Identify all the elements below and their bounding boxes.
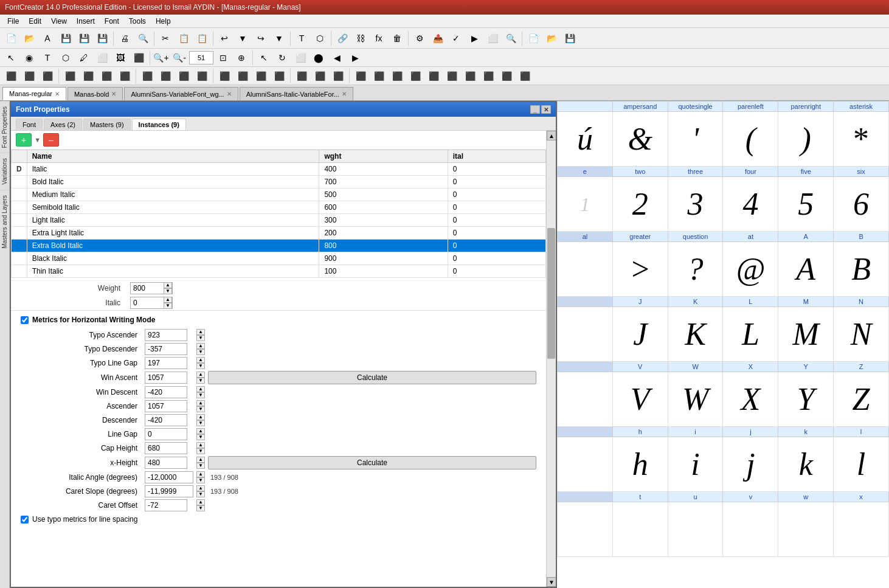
glyph-cell[interactable] (558, 242, 613, 297)
cut-button[interactable]: ✂ (157, 30, 174, 47)
win-ascent-input[interactable] (145, 372, 187, 384)
tlg-up[interactable]: ▲ (196, 357, 205, 363)
lg-up[interactable]: ▲ (196, 428, 205, 434)
glyphs-btn[interactable]: ⬜ (484, 30, 501, 47)
glyph-cell[interactable]: A (778, 242, 834, 297)
co-up[interactable]: ▲ (196, 499, 205, 505)
menu-font[interactable]: Font (100, 16, 124, 27)
glyph-cell[interactable]: V (612, 372, 668, 427)
tb3-10[interactable]: ⬛ (175, 67, 192, 85)
calculate-button-1[interactable]: Calculate (208, 371, 536, 384)
caret-slope-input[interactable] (145, 485, 193, 497)
instance-row[interactable]: Extra Light Italic 200 0 (12, 227, 546, 240)
ia-dn[interactable]: ▼ (196, 477, 205, 483)
delete-instance-button[interactable]: – (43, 133, 59, 147)
glyph-cell[interactable]: M (778, 307, 834, 362)
menu-insert[interactable]: Insert (72, 16, 100, 27)
tab-instances[interactable]: Instances (9) (132, 119, 186, 130)
paste-button[interactable]: 📋 (193, 30, 210, 47)
unlink-btn[interactable]: ⛓ (352, 30, 369, 47)
link-btn[interactable]: 🔗 (334, 30, 351, 47)
back-btn[interactable]: ◀ (328, 49, 345, 66)
instance-row[interactable]: Thin Italic 100 0 (12, 265, 546, 278)
use-typo-metrics-checkbox[interactable] (21, 516, 29, 524)
tab-manas-bold[interactable]: Manas-bold ✕ (67, 87, 123, 100)
asc-dn[interactable]: ▼ (196, 406, 205, 412)
glyph-cell[interactable]: ( (723, 112, 778, 167)
tb3-16[interactable]: ⬛ (293, 67, 310, 85)
tb3-1[interactable]: ⬛ (2, 67, 19, 85)
tab-font[interactable]: Font (16, 119, 43, 130)
newfile-btn[interactable]: 📄 (525, 30, 542, 47)
tb3-6[interactable]: ⬛ (98, 67, 115, 85)
redo-button[interactable]: ↪ (252, 30, 269, 47)
tb3-5[interactable]: ⬛ (80, 67, 97, 85)
glyph-cell[interactable]: i (668, 437, 723, 492)
fwd-btn[interactable]: ▶ (347, 49, 364, 66)
save-as-button[interactable]: 💾 (75, 30, 92, 47)
glyph-cell[interactable]: K (668, 307, 723, 362)
contour2-btn[interactable]: ⬡ (57, 49, 74, 66)
glyph-cell[interactable]: W (668, 372, 723, 427)
close-icon[interactable]: ✕ (342, 91, 347, 97)
close-icon[interactable]: ✕ (55, 91, 60, 97)
metrics-checkbox[interactable] (21, 316, 29, 324)
glyph-cell[interactable]: * (834, 112, 889, 167)
undo-drop-button[interactable]: ▼ (234, 30, 251, 47)
tb3-7[interactable]: ⬛ (116, 67, 133, 85)
tb3-11[interactable]: ⬛ (193, 67, 210, 85)
menu-edit[interactable]: Edit (24, 16, 46, 27)
wa-up[interactable]: ▲ (196, 372, 205, 378)
node-btn[interactable]: ◉ (21, 49, 38, 66)
instance-row[interactable]: Semibold Italic 600 0 (12, 201, 546, 214)
redo-drop-button[interactable]: ▼ (271, 30, 288, 47)
zoom-input[interactable]: 51 (189, 51, 213, 64)
typo-ascender-input[interactable] (145, 329, 187, 341)
glyph-cell[interactable]: ? (668, 242, 723, 297)
glyph-cell[interactable]: X (723, 372, 778, 427)
export-btn[interactable]: 📤 (429, 30, 446, 47)
tb3-21[interactable]: ⬛ (389, 67, 406, 85)
zoom-in-btn[interactable]: 🔍+ (153, 49, 170, 66)
glyph-cell[interactable]: Y (778, 372, 834, 427)
image-btn[interactable]: 🖼 (112, 49, 129, 66)
tb3-4[interactable]: ⬛ (61, 67, 78, 85)
tb3-20[interactable]: ⬛ (370, 67, 387, 85)
glyph-cell[interactable]: 6 (834, 177, 889, 232)
ta-up[interactable]: ▲ (196, 329, 205, 335)
glyph-cell[interactable]: h (612, 437, 668, 492)
tab-masters[interactable]: Masters (9) (83, 119, 131, 130)
tb3-28[interactable]: ⬛ (516, 67, 533, 85)
tb3-18[interactable]: ⬛ (330, 67, 347, 85)
instance-row[interactable]: Light Italic 300 0 (12, 214, 546, 227)
caret-offset-input[interactable] (145, 499, 187, 511)
glyph-cell[interactable]: k (778, 437, 834, 492)
glyph-cell[interactable] (558, 307, 613, 362)
italic-spin-down[interactable]: ▼ (164, 303, 172, 309)
tb3-27[interactable]: ⬛ (498, 67, 515, 85)
menu-view[interactable]: View (46, 16, 72, 27)
glyph-cell[interactable]: & (612, 112, 668, 167)
td-up[interactable]: ▲ (196, 343, 205, 349)
glyph-props-btn[interactable]: ⚙ (411, 30, 428, 47)
tlg-dn[interactable]: ▼ (196, 363, 205, 369)
glyph-cell[interactable]: @ (723, 242, 778, 297)
tb3-23[interactable]: ⬛ (425, 67, 442, 85)
brush-btn[interactable]: 🖊 (75, 49, 92, 66)
tab-manas-regular[interactable]: Manas-regular ✕ (2, 87, 66, 100)
add-instance-button[interactable]: + (16, 133, 32, 147)
ta-dn[interactable]: ▼ (196, 335, 205, 341)
ellipse-btn[interactable]: ⬤ (310, 49, 327, 66)
wd-dn[interactable]: ▼ (196, 392, 205, 398)
glyph-cell[interactable] (558, 372, 613, 427)
win-descent-input[interactable] (145, 386, 187, 398)
italic-spin-up[interactable]: ▲ (164, 297, 172, 303)
tab-alumni-italic[interactable]: AlumniSans-Italic-VariableFor... ✕ (240, 87, 353, 100)
tb3-22[interactable]: ⬛ (407, 67, 424, 85)
instance-row[interactable]: D Italic 400 0 (12, 163, 546, 176)
menu-help[interactable]: Help (151, 16, 176, 27)
open-button[interactable]: 📂 (21, 30, 38, 47)
glyph-cell[interactable] (834, 502, 889, 557)
tb3-2[interactable]: ⬛ (21, 67, 38, 85)
formula-btn[interactable]: fx (370, 30, 387, 47)
